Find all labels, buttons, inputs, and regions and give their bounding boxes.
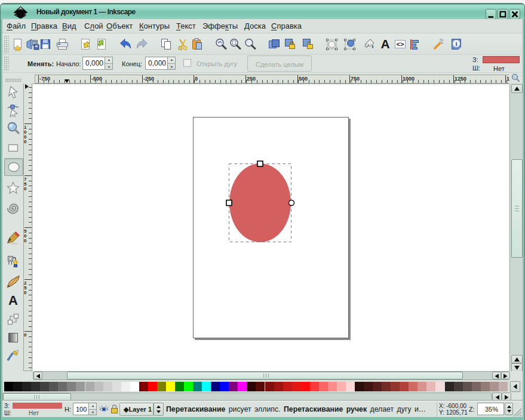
svg-text:A: A <box>380 37 389 51</box>
svg-text:<>: <> <box>397 41 404 48</box>
svg-text:i: i <box>455 40 457 47</box>
svg-text:A: A <box>8 293 18 307</box>
